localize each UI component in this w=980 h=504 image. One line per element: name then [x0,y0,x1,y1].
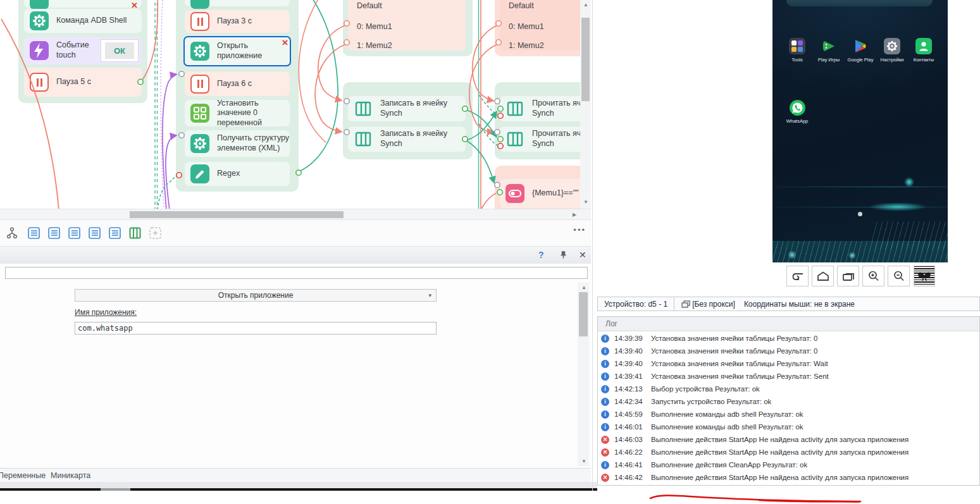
ok-button[interactable]: ОК [101,39,139,62]
settings-gear-icon [884,38,900,54]
node-label: Записать в ячейкуSynch [380,129,447,149]
help-icon[interactable]: ? [538,250,544,260]
node-touch-event[interactable]: Событие touch ОК [24,37,142,65]
zoom-out-button[interactable] [888,266,910,286]
close-panel-icon[interactable]: ✕ [579,250,586,260]
switch-default-label: Default [509,1,534,10]
page-indicator-dot [858,212,862,216]
device-screen[interactable]: Tools Play Игры Google Play Настройки Ко… [772,0,948,262]
node-pause-6[interactable]: Пауза 6 с [185,71,290,96]
app-contacts[interactable]: Контакты [907,38,940,63]
bottom-tabbar: Переменные Миникарта [0,468,591,482]
node-set-variable[interactable]: Установить значение 0 переменной [185,100,290,126]
list-view-icon[interactable] [47,226,61,240]
node-regex[interactable]: Regex [185,162,290,186]
node-label: Прочитать ячеSynch [532,129,585,149]
node-adb-shell[interactable]: Команда ADB Shell [24,9,142,33]
log-row: i14:39:40Установка значения ячейки табли… [601,357,977,370]
switch-option[interactable]: 1: Memu2 [509,41,544,50]
node-search-input[interactable] [5,267,588,279]
log-row: i14:42:34Запустить устройство Результат:… [601,395,977,408]
toolbar-menu-button[interactable]: ••• [573,225,586,235]
list-view-icon[interactable] [67,226,81,240]
nav-back-button[interactable] [786,266,809,286]
device-name[interactable]: Устройство: d5 - 1 [598,297,674,310]
scroll-thumb[interactable] [130,211,344,218]
zoom-in-button[interactable] [862,266,884,286]
properties-panel-header: ? ✕ [0,247,591,264]
phone-search-bar[interactable] [786,0,933,6]
scroll-down-icon[interactable]: ▼ [581,459,586,464]
switch-option[interactable]: 1: Memu2 [357,41,392,50]
node-group: ✕ Команда ADB Shell Событие touch ОК Пау… [18,0,147,103]
scroll-right-icon[interactable]: ▶ [573,212,576,218]
tab-variables[interactable]: Переменные [0,471,46,480]
gear-icon [30,0,49,9]
log-row: i14:39:39Установка значения ячейки табли… [601,332,977,345]
proxy-status[interactable]: [Без прокси] [692,300,735,309]
node-label: Открыть приложение [217,41,290,61]
node-read-cell[interactable]: Прочитать ячеSynch [500,96,591,121]
node-write-cell[interactable]: Записать в ячейкуSynch [348,126,466,152]
scroll-up-icon[interactable]: ▲ [581,285,586,290]
app-tools[interactable]: Tools [781,38,814,63]
scroll-down-icon[interactable]: ▼ [583,200,588,205]
node-condition[interactable]: {Memu1}=="" [500,179,591,208]
window-edge-dark [0,488,597,491]
error-icon: ✕ [601,474,609,482]
nav-recents-button[interactable] [837,266,859,286]
node-read-cell[interactable]: Прочитать ячеSynch [500,126,591,152]
node-label: Команда ADB Shell [56,16,127,26]
node-cut-top[interactable]: ✕ [24,0,142,8]
node-write-cell[interactable]: Записать в ячейкуSynch [348,96,466,121]
app-google-play[interactable]: Google Play [844,38,877,63]
properties-vscrollbar[interactable]: ▲ ▼ [578,283,589,466]
node-group: Записать в ячейкуSynch Записать в ячейку… [343,82,473,159]
scroll-thumb[interactable] [581,18,590,101]
info-icon: i [601,385,609,393]
add-view-icon[interactable] [148,226,162,240]
list-view-icon[interactable] [27,226,40,240]
memu-butterfly-button[interactable] [914,266,935,286]
list-view-icon[interactable] [87,226,101,240]
action-type-select[interactable]: Открыть приложение ▾ [75,289,437,302]
node-open-app-selected[interactable]: Открыть приложение ✕ [183,36,291,66]
pin-icon[interactable] [559,250,568,261]
flow-canvas[interactable]: ✕ Команда ADB Shell Событие touch ОК Пау… [0,0,591,209]
log-row: i14:42:13Выбор устройства Результат: ok [601,383,977,395]
gear-icon [190,134,209,153]
app-settings[interactable]: Настройки [876,38,909,63]
node-get-xml[interactable]: Получить структуру элементов (XML) [185,130,290,157]
app-name-input[interactable] [75,322,437,335]
scroll-thumb[interactable] [579,292,588,336]
nav-home-button[interactable] [812,266,834,286]
tab-minimap[interactable]: Миникарта [51,471,90,480]
node-switch[interactable]: Default 0: Memu1 1: Memu2 [348,0,466,51]
switch-option[interactable]: 0: Memu1 [509,22,544,31]
switch-option[interactable]: 0: Memu1 [357,22,392,31]
log-row: i14:39:40Установка значения ячейки табли… [601,345,977,357]
node-pause-3[interactable]: Пауза 3 с [185,10,290,33]
log-row: ✕14:46:03Выполнение действия StartApp Не… [601,433,977,446]
canvas-vscrollbar[interactable]: ▲ ▼ [580,0,591,209]
node-switch[interactable]: Default 0: Memu1 1: Memu2 [500,0,591,51]
table-view-icon[interactable] [128,226,142,240]
wallpaper-dot [788,250,797,259]
flow-view-icon[interactable] [5,226,19,240]
app-play-games[interactable]: Play Игры [812,38,845,63]
google-play-icon [852,38,869,54]
node-pause-5[interactable]: Пауза 5 с [24,68,142,97]
pane-divider[interactable] [592,0,593,491]
node-cut-top[interactable] [185,0,290,6]
app-whatsapp[interactable]: WhatsApp [781,99,814,124]
pause-icon [190,12,209,31]
node-label: Пауза 3 с [217,16,252,27]
scroll-up-icon[interactable]: ▲ [583,3,588,8]
gear-icon [190,42,209,61]
lightning-icon [30,41,49,60]
log-row: i14:39:41Установка значения ячейки табли… [601,370,977,383]
canvas-hscrollbar[interactable]: ▶ [0,209,591,220]
close-node-icon[interactable]: ✕ [282,39,288,47]
list-view-icon[interactable] [108,226,121,240]
properties-panel: Открыть приложение ▾ Имя приложения: ▲ ▼ [0,264,591,468]
